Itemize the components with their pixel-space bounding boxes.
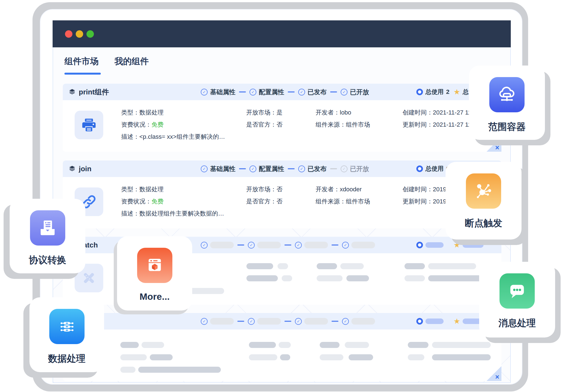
app-screenshot: 组件市场 我的组件 print组件 ✓基础属性 ✓配置属性 ✓已发布	[0, 0, 562, 392]
status-stepper: ✓基础属性 ✓配置属性 ✓已发布 ✓已开放	[201, 84, 369, 100]
usage-icon	[416, 165, 423, 172]
zoom-window-button[interactable]	[86, 30, 94, 38]
step-published: ✓已发布	[298, 165, 327, 173]
skeleton-pill	[138, 367, 221, 373]
feature-card-data-process[interactable]: 数据处理	[29, 297, 104, 372]
status-stepper-skeleton: ✓ ✓ ✓ ✓	[201, 237, 375, 253]
check-circle-icon: ✓	[298, 165, 305, 172]
skeleton-pill	[404, 275, 425, 281]
usage-icon	[416, 242, 423, 248]
skeleton-pill	[210, 242, 234, 248]
skeleton-pill	[425, 242, 444, 248]
check-circle-icon: ✓	[201, 242, 208, 249]
close-card-icon[interactable]: ×	[495, 373, 499, 381]
skeleton-pill	[120, 367, 135, 373]
skeleton-pill	[210, 318, 234, 325]
usage-count-skeleton	[416, 237, 444, 253]
molecule-icon	[466, 173, 501, 209]
field-desc: 描述：<p.class= xx>组件主要解决的…	[121, 133, 225, 141]
skeleton-pill	[345, 342, 369, 348]
component-row-header: join ✓基础属性 ✓配置属性 ✓已发布 ✓已开放 总使用6	[63, 160, 501, 177]
field-created: 创建时间：2019-1	[403, 185, 452, 194]
star-icon: ★	[454, 88, 460, 96]
close-card-icon[interactable]: ×	[495, 144, 499, 152]
component-name-label: join	[79, 165, 91, 173]
skeleton-pill	[257, 318, 281, 325]
usage-icon	[416, 89, 423, 95]
tab-bar: 组件市场 我的组件	[64, 56, 149, 67]
step-skeleton: ✓	[248, 242, 281, 249]
feature-card-breakpoint-trigger[interactable]: 断点触发	[446, 162, 522, 239]
skeleton-pill	[142, 342, 164, 348]
check-circle-icon: ✓	[295, 242, 302, 249]
window-titlebar	[53, 20, 511, 47]
check-circle-icon: ✓	[201, 318, 208, 325]
layers-icon	[69, 88, 76, 96]
step-skeleton: ✓	[201, 242, 234, 249]
component-row-skeleton[interactable]: ✓ ✓ ✓ ✓ ★	[63, 313, 501, 381]
component-row-header: print组件 ✓基础属性 ✓配置属性 ✓已发布 ✓已开放 总使用2	[63, 84, 501, 100]
field-type: 类型：数据处理	[121, 108, 164, 117]
feature-card-message-process[interactable]: 消息处理	[479, 262, 555, 337]
step-skeleton: ✓	[342, 242, 375, 249]
step-connector	[237, 321, 244, 322]
usage-count: 总使用2	[416, 84, 449, 100]
check-circle-icon: ✓	[342, 242, 349, 249]
skeleton-pill	[150, 354, 173, 360]
card-corner-fold: ×	[487, 366, 501, 381]
check-circle-icon: ✓	[298, 89, 305, 96]
skeleton-pill	[304, 242, 328, 248]
check-circle-icon: ✓	[248, 318, 255, 325]
component-name: join	[69, 165, 91, 173]
inbox-document-icon	[30, 210, 65, 246]
close-window-button[interactable]	[65, 30, 72, 38]
step-connector	[237, 244, 244, 246]
check-circle-icon: ✓	[342, 318, 349, 325]
skeleton-pill	[317, 275, 343, 281]
check-circle-icon: ✓	[341, 165, 347, 172]
component-row-print[interactable]: print组件 ✓基础属性 ✓配置属性 ✓已发布 ✓已开放 总使用2	[63, 84, 501, 152]
field-fee: 资费状况：免费	[121, 197, 164, 206]
skeleton-pill	[320, 342, 340, 348]
star-icon: ★	[454, 318, 460, 325]
step-connector	[239, 168, 246, 169]
field-source: 组件来源：组件市场	[316, 197, 370, 206]
feature-card-label: 范围容器	[488, 121, 526, 133]
check-circle-icon: ✓	[248, 242, 255, 249]
check-circle-icon: ✓	[201, 165, 208, 172]
skeleton-pill	[257, 242, 281, 248]
skeleton-pill	[282, 275, 292, 281]
step-connector	[330, 91, 337, 92]
step-connector	[288, 168, 295, 169]
field-source: 组件来源：组件市场	[316, 121, 370, 129]
skeleton-pill	[246, 263, 273, 269]
field-developer: 开发者：xdooder	[316, 185, 362, 194]
component-row-join[interactable]: join ✓基础属性 ✓配置属性 ✓已发布 ✓已开放 总使用6	[63, 160, 501, 228]
layers-icon	[69, 165, 76, 172]
step-connector	[332, 321, 338, 322]
feature-card-protocol-convert[interactable]: 协议转换	[10, 199, 85, 273]
minimize-window-button[interactable]	[76, 30, 83, 38]
skeleton-pill	[317, 263, 337, 269]
skeleton-pill	[408, 342, 428, 348]
chat-bubble-icon	[499, 273, 535, 309]
step-connector	[332, 244, 338, 246]
skeleton-pill	[425, 318, 444, 324]
field-updated: 更新时间：2019-1	[403, 197, 452, 206]
step-connector	[284, 321, 291, 322]
step-connector	[330, 168, 337, 169]
step-config: ✓配置属性	[249, 165, 284, 173]
field-desc: 描述：数据处理组件主要解决数据的…	[121, 209, 224, 218]
step-open: ✓已开放	[341, 88, 369, 96]
field-official: 是否官方：否	[246, 197, 283, 206]
tab-component-market[interactable]: 组件市场	[64, 56, 99, 67]
status-stepper: ✓基础属性 ✓配置属性 ✓已发布 ✓已开放	[201, 160, 369, 177]
step-connector	[288, 91, 295, 92]
step-basic: ✓基础属性	[201, 88, 235, 96]
feature-card-more[interactable]: More...	[117, 236, 192, 311]
field-developer: 开发者：lobo	[316, 108, 351, 117]
field-type: 类型：数据处理	[121, 185, 164, 194]
tab-my-components[interactable]: 我的组件	[115, 56, 149, 67]
feature-card-scope-container[interactable]: 范围容器	[469, 66, 545, 140]
skeleton-pill	[428, 263, 476, 269]
